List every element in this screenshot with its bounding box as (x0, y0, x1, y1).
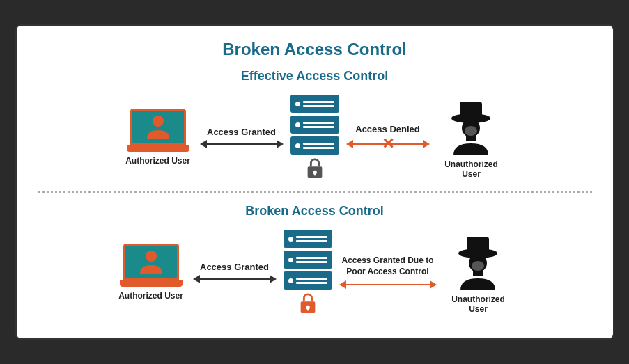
server-dot-3 (295, 143, 300, 148)
server-dot-b2 (288, 258, 293, 262)
unauthorized-user-label-top: Unauthorized User (437, 159, 506, 179)
user-icon-bottom (139, 248, 164, 275)
server-line-b2a (296, 257, 327, 259)
access-granted-label-top: Access Granted (207, 127, 276, 137)
server-stack-bottom (284, 230, 332, 315)
server-line-b3a (296, 278, 327, 280)
arrow-left-head-top (200, 140, 207, 148)
section-divider (38, 191, 592, 193)
server-lines-1 (303, 101, 334, 107)
broken-section: Broken Access Control Authorized User Ac… (38, 204, 592, 315)
access-granted-arrow-bottom: Access Granted (186, 262, 284, 283)
svg-point-17 (472, 261, 484, 271)
arrow-right-head-top (277, 140, 284, 148)
double-arrow-bottom (193, 275, 277, 283)
lock-container-bottom (298, 292, 318, 315)
server-line-3b (303, 147, 334, 149)
unauthorized-user-label-bottom: Unauthorized User (444, 294, 513, 314)
x-mark-icon: ✕ (382, 136, 394, 152)
access-granted-label-bottom: Access Granted (200, 262, 269, 272)
svg-rect-7 (466, 136, 476, 141)
authorized-user-label-top: Authorized User (125, 156, 190, 166)
unauthorized-user-top: Unauthorized User (437, 96, 506, 179)
server-dot-b1 (288, 237, 293, 242)
server-unit-b3 (284, 271, 332, 290)
authorized-user-label-bottom: Authorized User (118, 291, 183, 301)
authorized-user-laptop: Authorized User (123, 109, 193, 166)
orange-double-arrow (339, 280, 437, 289)
server-line-1a (303, 101, 334, 103)
servers-bottom (284, 230, 332, 290)
laptop-base-bottom (120, 280, 183, 287)
server-lines-b3 (296, 278, 327, 284)
orange-arrow-right (430, 280, 437, 289)
server-unit-3 (290, 136, 339, 155)
laptop-base-top (127, 145, 189, 152)
server-unit-b2 (284, 251, 332, 269)
hacker-icon-top (445, 96, 497, 155)
servers-top (290, 95, 339, 155)
svg-rect-5 (460, 102, 482, 120)
access-granted-arrow-top: Access Granted (193, 127, 290, 148)
denied-arrow-container: ✕ (346, 137, 430, 151)
server-dot-b3 (288, 278, 293, 283)
user-icon-top (146, 113, 171, 140)
top-diagram-row: Authorized User Access Granted (38, 95, 592, 180)
server-dot-2 (295, 122, 300, 127)
server-line-3a (303, 143, 334, 145)
server-dot-1 (295, 102, 300, 106)
server-lines-b2 (296, 257, 327, 263)
server-line-b1a (296, 236, 327, 238)
main-card: Broken Access Control Effective Access C… (15, 24, 614, 340)
access-denied-label: Access Denied (355, 124, 420, 134)
arrow-left-head-bottom (193, 275, 200, 283)
svg-rect-16 (473, 271, 483, 276)
arrow-right-head-bottom (270, 275, 277, 283)
svg-rect-3 (314, 173, 316, 176)
server-line-2b (303, 126, 334, 128)
effective-title: Effective Access Control (38, 69, 592, 84)
effective-section: Effective Access Control Authorized User… (38, 69, 592, 180)
server-unit-b1 (284, 230, 332, 248)
lock-icon-top (305, 157, 325, 180)
server-line-1b (303, 105, 334, 107)
svg-point-9 (146, 251, 157, 262)
svg-point-0 (153, 116, 164, 127)
svg-rect-12 (307, 308, 309, 311)
unauthorized-user-bottom: Unauthorized User (444, 231, 513, 314)
server-unit-2 (290, 116, 339, 134)
server-lines-2 (303, 122, 334, 128)
server-stack-top (290, 95, 339, 180)
arrow-line-top (207, 143, 277, 145)
orange-arrow-left (339, 280, 346, 289)
access-granted-orange-arrow: Access Granted Due to Poor Access Contro… (332, 255, 444, 288)
denied-arrow-left (346, 140, 353, 148)
server-unit-1 (290, 95, 339, 113)
access-denied-arrow: Access Denied ✕ (339, 124, 437, 151)
orange-arrow-line (346, 284, 430, 285)
server-line-b3b (296, 282, 327, 284)
svg-point-8 (465, 126, 477, 136)
server-lines-3 (303, 143, 334, 149)
page-title: Broken Access Control (38, 40, 592, 59)
laptop-screen-bottom (123, 244, 179, 280)
access-granted-orange-label: Access Granted Due to Poor Access Contro… (341, 255, 433, 277)
server-line-b1b (296, 240, 327, 242)
denied-arrow-right (423, 140, 430, 148)
server-lines-b1 (296, 236, 327, 242)
server-line-b2b (296, 261, 327, 263)
authorized-user-laptop-bottom: Authorized User (116, 244, 186, 301)
broken-title: Broken Access Control (38, 204, 592, 219)
hacker-icon-bottom (452, 231, 504, 290)
lock-container-top (305, 157, 325, 180)
arrow-line-bottom (200, 278, 270, 280)
laptop-screen-top (130, 109, 186, 145)
server-line-2a (303, 122, 334, 124)
bottom-diagram-row: Authorized User Access Granted (38, 230, 592, 315)
svg-rect-14 (467, 237, 489, 255)
double-arrow-top (200, 140, 284, 148)
lock-icon-bottom (298, 292, 318, 315)
